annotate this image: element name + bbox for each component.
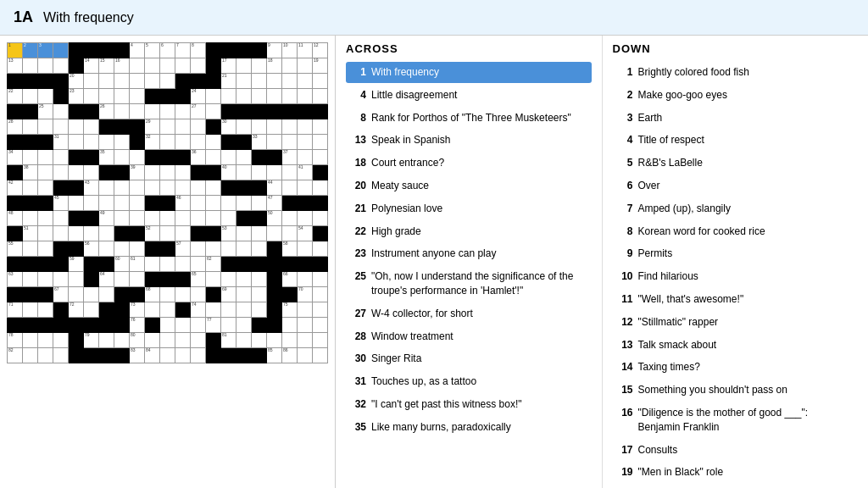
grid-cell-6-9[interactable]: 32 xyxy=(145,135,160,150)
grid-cell-13-17[interactable] xyxy=(267,241,282,257)
grid-cell-9-9[interactable] xyxy=(145,180,160,196)
grid-cell-8-10[interactable] xyxy=(160,165,175,180)
grid-cell-10-7[interactable] xyxy=(114,196,130,211)
grid-cell-16-2[interactable] xyxy=(38,287,53,302)
grid-cell-6-15[interactable] xyxy=(236,135,252,150)
grid-cell-11-10[interactable] xyxy=(160,211,175,226)
grid-cell-1-8[interactable] xyxy=(130,58,145,74)
grid-cell-3-12[interactable]: 24 xyxy=(191,89,206,104)
grid-cell-14-11[interactable] xyxy=(175,257,191,272)
grid-cell-7-9[interactable] xyxy=(145,150,160,165)
grid-cell-16-6[interactable] xyxy=(99,287,114,302)
grid-cell-4-11[interactable] xyxy=(175,104,191,119)
grid-cell-8-0[interactable] xyxy=(8,165,23,180)
grid-cell-12-13[interactable] xyxy=(206,226,221,241)
grid-cell-0-14[interactable] xyxy=(221,43,236,58)
grid-cell-20-15[interactable] xyxy=(236,348,252,363)
grid-cell-19-15[interactable] xyxy=(236,333,252,348)
grid-cell-0-16[interactable] xyxy=(252,43,267,58)
grid-cell-10-20[interactable] xyxy=(313,196,328,211)
down-clue-14[interactable]: 14Taxing times? xyxy=(613,357,859,378)
down-clue-3[interactable]: 3Earth xyxy=(613,108,859,129)
grid-cell-8-4[interactable] xyxy=(69,165,84,180)
grid-cell-20-9[interactable]: 84 xyxy=(145,348,160,363)
grid-cell-19-8[interactable]: 80 xyxy=(130,333,145,348)
grid-cell-13-8[interactable] xyxy=(130,241,145,257)
grid-cell-12-7[interactable] xyxy=(114,226,130,241)
grid-cell-5-18[interactable] xyxy=(282,119,298,135)
grid-cell-14-14[interactable] xyxy=(221,257,236,272)
grid-cell-4-2[interactable]: 25 xyxy=(38,104,53,119)
grid-cell-10-8[interactable] xyxy=(130,196,145,211)
grid-cell-10-1[interactable] xyxy=(23,196,38,211)
grid-cell-2-6[interactable] xyxy=(99,74,114,89)
grid-cell-3-9[interactable] xyxy=(145,89,160,104)
grid-cell-1-11[interactable] xyxy=(175,58,191,74)
grid-cell-4-0[interactable] xyxy=(8,104,23,119)
grid-cell-13-1[interactable] xyxy=(23,241,38,257)
grid-cell-6-16[interactable]: 33 xyxy=(252,135,267,150)
grid-cell-8-14[interactable]: 40 xyxy=(221,165,236,180)
grid-cell-5-0[interactable]: 28 xyxy=(8,119,23,135)
grid-cell-2-12[interactable] xyxy=(191,74,206,89)
grid-cell-3-5[interactable] xyxy=(84,89,99,104)
grid-cell-0-2[interactable]: 3 xyxy=(38,43,53,58)
grid-cell-4-20[interactable] xyxy=(313,104,328,119)
grid-cell-19-20[interactable] xyxy=(313,333,328,348)
grid-cell-2-13[interactable] xyxy=(206,74,221,89)
grid-cell-2-17[interactable] xyxy=(267,74,282,89)
grid-cell-16-14[interactable]: 69 xyxy=(221,287,236,302)
grid-cell-20-3[interactable] xyxy=(53,348,69,363)
grid-cell-13-4[interactable] xyxy=(69,241,84,257)
grid-cell-13-5[interactable]: 56 xyxy=(84,241,99,257)
grid-cell-1-5[interactable]: 14 xyxy=(84,58,99,74)
grid-cell-4-6[interactable]: 26 xyxy=(99,104,114,119)
grid-cell-15-12[interactable]: 65 xyxy=(191,272,206,287)
grid-cell-8-13[interactable] xyxy=(206,165,221,180)
grid-cell-17-9[interactable] xyxy=(145,302,160,318)
grid-cell-2-5[interactable] xyxy=(84,74,99,89)
grid-cell-11-6[interactable]: 49 xyxy=(99,211,114,226)
grid-cell-20-18[interactable]: 86 xyxy=(282,348,298,363)
grid-cell-11-14[interactable] xyxy=(221,211,236,226)
grid-cell-9-4[interactable] xyxy=(69,180,84,196)
grid-cell-17-5[interactable] xyxy=(84,302,99,318)
grid-cell-18-15[interactable] xyxy=(236,318,252,333)
grid-cell-18-8[interactable]: 76 xyxy=(130,318,145,333)
grid-cell-1-20[interactable]: 19 xyxy=(313,58,328,74)
grid-cell-1-0[interactable]: 13 xyxy=(8,58,23,74)
grid-cell-7-2[interactable] xyxy=(38,150,53,165)
grid-cell-9-19[interactable] xyxy=(298,180,313,196)
grid-cell-6-8[interactable] xyxy=(130,135,145,150)
grid-cell-2-11[interactable] xyxy=(175,74,191,89)
grid-cell-16-15[interactable] xyxy=(236,287,252,302)
grid-cell-9-11[interactable] xyxy=(175,180,191,196)
grid-cell-12-3[interactable] xyxy=(53,226,69,241)
grid-cell-18-5[interactable] xyxy=(84,318,99,333)
grid-cell-15-2[interactable] xyxy=(38,272,53,287)
grid-cell-11-18[interactable] xyxy=(282,211,298,226)
grid-cell-15-7[interactable] xyxy=(114,272,130,287)
grid-cell-15-15[interactable] xyxy=(236,272,252,287)
grid-cell-9-12[interactable] xyxy=(191,180,206,196)
grid-cell-7-17[interactable] xyxy=(267,150,282,165)
grid-cell-6-6[interactable] xyxy=(99,135,114,150)
grid-cell-0-19[interactable]: 11 xyxy=(298,43,313,58)
grid-cell-19-17[interactable] xyxy=(267,333,282,348)
grid-cell-1-3[interactable] xyxy=(53,58,69,74)
grid-cell-18-11[interactable] xyxy=(175,318,191,333)
grid-cell-18-0[interactable] xyxy=(8,318,23,333)
grid-cell-1-1[interactable] xyxy=(23,58,38,74)
grid-cell-15-16[interactable] xyxy=(252,272,267,287)
grid-cell-0-20[interactable]: 12 xyxy=(313,43,328,58)
grid-cell-14-2[interactable] xyxy=(38,257,53,272)
grid-cell-7-3[interactable] xyxy=(53,150,69,165)
grid-cell-15-8[interactable] xyxy=(130,272,145,287)
grid-cell-20-8[interactable]: 83 xyxy=(130,348,145,363)
grid-cell-14-5[interactable] xyxy=(84,257,99,272)
grid-cell-20-19[interactable] xyxy=(298,348,313,363)
grid-cell-5-3[interactable] xyxy=(53,119,69,135)
grid-cell-13-16[interactable] xyxy=(252,241,267,257)
grid-cell-6-1[interactable] xyxy=(23,135,38,150)
grid-cell-12-6[interactable] xyxy=(99,226,114,241)
